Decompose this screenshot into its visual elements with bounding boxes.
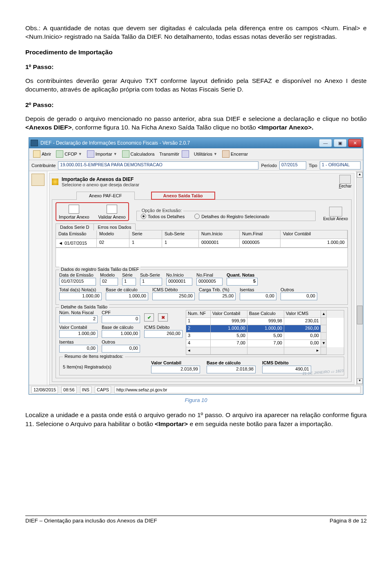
delete-icon (329, 207, 342, 217)
toolbar-calculadora[interactable]: Calculadora (120, 150, 156, 159)
status-bar: 12/08/2015 08:56 INS CAPS http://www.sef… (29, 385, 363, 394)
total-notas-field[interactable]: 1.000,00 (59, 292, 102, 300)
scroll-left-icon[interactable]: ◂ (186, 347, 211, 355)
subtab-dados-serie-d[interactable]: Dados Serie D (56, 223, 94, 230)
no-inicio-field[interactable]: 0000001 (166, 278, 192, 286)
window-title: DIEF - Declaração de Informações Economi… (40, 140, 190, 146)
calculator-icon (122, 150, 129, 158)
status-url: http://www.sefaz.pi.gov.br (114, 386, 361, 393)
status-date: 12/08/2015 (31, 386, 58, 393)
left-sidebar (29, 171, 47, 385)
chevron-down-icon: ▼ (114, 152, 117, 156)
step2-text-d: <Importar Anexo>. (258, 124, 313, 131)
det-isentas[interactable]: 0,00 (59, 345, 98, 353)
scroll-up-button[interactable]: ▲ (357, 172, 363, 178)
confirm-button[interactable]: ✔ (144, 313, 154, 322)
det-valor-contabil[interactable]: 1.000,00 (59, 330, 98, 338)
radio-todos-detalhes[interactable]: Todos os Detalhes (141, 214, 185, 219)
import-file-icon (69, 205, 79, 214)
tipo-field[interactable]: 1 - ORIGINAL (320, 161, 361, 170)
validar-anexo-button[interactable]: Validar Anexo (98, 205, 126, 219)
periodo-field[interactable]: 07/2015 (279, 161, 306, 170)
sum-valor-contabil: 2.018,99 (151, 366, 200, 373)
chevron-down-icon: ▼ (78, 152, 82, 156)
obs-paragraph: Obs.: A quantidade de notas que devem se… (25, 24, 367, 41)
toolbar-utilitarios[interactable]: Utilitários▼ (192, 151, 219, 157)
step1-text: Os contribuintes deverão gerar Arquivo T… (25, 76, 367, 94)
minimize-button[interactable]: — (319, 139, 332, 147)
tipo-label: Tipo (309, 163, 317, 168)
toolbar-importar[interactable]: Importar▼ (85, 150, 119, 159)
det-outros[interactable]: 0,00 (102, 345, 140, 353)
excluir-anexo-button[interactable]: Excluir Anexo (323, 207, 348, 221)
grid-row[interactable]: ◄01/07/2015 0211000000100000051.000,00 (56, 239, 347, 248)
det-row: 35,005,000,00 (186, 333, 344, 340)
fechar-button[interactable]: FFecharechar (339, 175, 352, 188)
scroll-right-icon[interactable]: ▸ (284, 347, 321, 355)
footer-left: DIEF – Orientação para inclusão dos Anex… (25, 518, 157, 524)
tab-saida-talao[interactable]: Anexo Saída Talão (151, 192, 215, 200)
window-titlebar[interactable]: DIEF - Declaração de Informações Economi… (29, 138, 363, 148)
step2-text-b: <Anexos DIEF> (25, 124, 72, 131)
base-calculo-field[interactable]: 1.000,00 (106, 292, 148, 300)
sum-base-calculo: 2.018,98 (207, 366, 256, 373)
det-icms-debito[interactable]: 260,00 (144, 330, 183, 338)
tab-paf-ecf[interactable]: Anexo PAF-ECF (76, 192, 135, 200)
col-modelo: Modelo (97, 230, 129, 239)
col-subserie: Sub-Serie (162, 230, 199, 239)
carga-trib-field[interactable]: 25,00 (199, 292, 236, 300)
periodo-label: Período (261, 163, 277, 168)
app-screenshot: DIEF - Declaração de Informações Economi… (29, 137, 363, 395)
step2-text-c: , conforme figura 10. Na Ficha Anexo Saí… (72, 124, 258, 131)
subtab-erros[interactable]: Erros nos Dados (94, 223, 136, 230)
detalhe-grid[interactable]: Num. NFValor ContabilBase CalculoValor I… (186, 310, 344, 355)
star-icon (52, 179, 58, 185)
isentas-field[interactable]: 0,00 (240, 292, 276, 300)
cancel-button[interactable]: ✖ (158, 313, 168, 322)
step2-text: Depois de gerado o arquivo mencionado no… (25, 114, 367, 132)
det-row: 1999,99999,98230,01 (186, 318, 344, 325)
radio-off-icon (194, 214, 200, 219)
scroll-down-icon[interactable]: ▾ (321, 340, 327, 347)
quant-notas-field[interactable]: 5 (227, 278, 258, 286)
toolbar-encerrar[interactable]: Encerrar (220, 150, 249, 159)
status-time: 08:56 (61, 386, 77, 393)
no-final-field[interactable]: 0000005 (196, 278, 223, 286)
radio-registro-selecionado[interactable]: Detalhes do Registro Selecionado (194, 214, 269, 219)
importar-anexo-button[interactable]: Importar Anexo (59, 205, 89, 219)
num-nota-field[interactable]: 2 (59, 315, 98, 323)
det-base-calculo[interactable]: 1.000,00 (102, 330, 140, 338)
data-emissao-field[interactable]: 01/07/2015 (59, 278, 96, 286)
modelo-field[interactable]: 02 (100, 278, 118, 286)
icms-debito-field[interactable]: 250,00 (152, 292, 195, 300)
toolbar-transmitir[interactable]: Transmitir (158, 150, 190, 159)
scroll-up-icon[interactable]: ▴ (321, 310, 327, 318)
sidebar-anexos-icon[interactable] (31, 174, 45, 186)
cpf-field[interactable]: 0 (102, 315, 140, 323)
toolbar-abrir[interactable]: Abrir (31, 150, 53, 159)
maximize-button[interactable]: ▣ (334, 139, 347, 147)
subserie-field[interactable]: 1 (140, 278, 162, 286)
import-icon (87, 150, 94, 158)
close-button[interactable]: ✕ (348, 139, 361, 147)
col-valor-contabil: Valor Contábil (281, 230, 347, 239)
exclusion-legend: Opção de Exclusão: (140, 208, 183, 213)
row-marker-icon: ◄ (58, 241, 63, 246)
closing-paragraph: Localize a unidade e a pasta onde está o… (25, 411, 367, 428)
outros-field[interactable]: 0,00 (281, 292, 317, 300)
contribuinte-label: Contribuinte (31, 163, 56, 168)
radio-on-icon (141, 214, 146, 219)
toolbar-cfop[interactable]: CFOP▼ (54, 150, 83, 159)
folder-icon (33, 150, 40, 158)
panel-title: Importação de Anexos da DIEF (62, 176, 139, 182)
serie-field[interactable]: 1 (122, 278, 136, 286)
chevron-down-icon: ▼ (214, 152, 217, 156)
scroll-down-button[interactable]: ▼ (357, 378, 363, 384)
scroll-thumb[interactable] (357, 306, 363, 324)
resumo-legend: Resumo de Itens registrados: (63, 354, 125, 359)
step2-text-a: Depois de gerado o arquivo mencionado no… (25, 115, 367, 122)
vertical-scrollbar[interactable]: ▲ ▼ (356, 171, 363, 385)
panel-subtitle: Selecione o anexo que deseja declarar (62, 182, 139, 187)
serie-d-grid[interactable]: Data Emissão Modelo Serie Sub-Serie Num.… (56, 230, 348, 248)
contribuinte-field[interactable]: 19.000.001-5-EMPRESA PARA DEMONSTRACAO (58, 161, 258, 170)
